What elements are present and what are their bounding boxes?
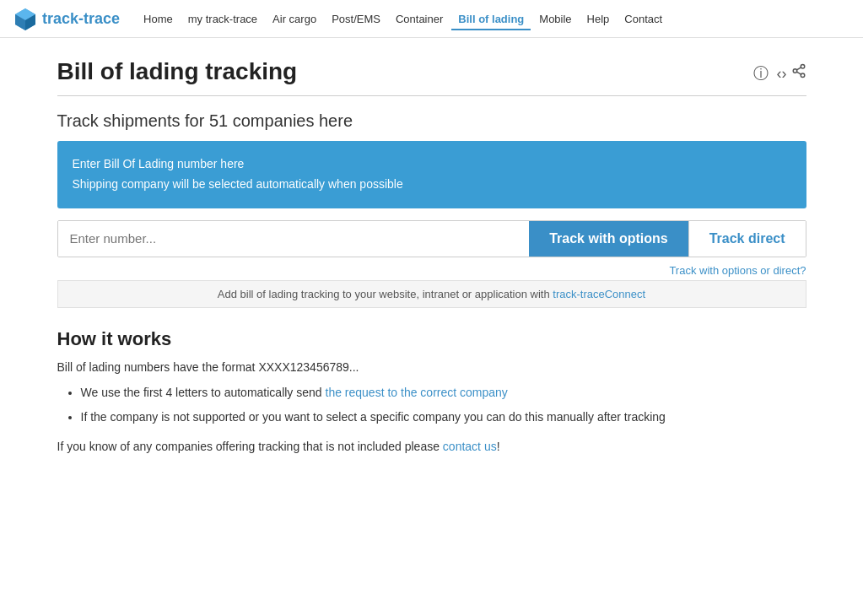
nav-item-mytrack[interactable]: my track-trace bbox=[181, 12, 264, 25]
contact-line-after: ! bbox=[497, 440, 500, 453]
how-item2-text: If the company is not supported or you w… bbox=[81, 410, 666, 424]
nav-item-help[interactable]: Help bbox=[580, 12, 617, 25]
nav-links: Home my track-trace Air cargo Post/EMS C… bbox=[137, 12, 669, 25]
how-item1-highlight: the request to the correct company bbox=[326, 386, 508, 399]
svg-line-7 bbox=[796, 72, 801, 74]
nav-item-home[interactable]: Home bbox=[137, 12, 180, 25]
tracking-row: Track with options Track direct bbox=[57, 220, 806, 257]
how-description: Bill of lading numbers have the format X… bbox=[57, 360, 806, 374]
info-box: Enter Bill Of Lading number here Shippin… bbox=[57, 141, 806, 208]
brand[interactable]: track-trace bbox=[13, 7, 120, 30]
contact-us-link[interactable]: contact us bbox=[443, 440, 497, 453]
nav-item-mobile[interactable]: Mobile bbox=[532, 12, 578, 25]
how-list-item-1: We use the first 4 letters to automatica… bbox=[81, 384, 806, 402]
tracking-number-input[interactable] bbox=[58, 221, 530, 257]
svg-line-8 bbox=[796, 68, 801, 70]
brand-cube-icon bbox=[13, 7, 37, 30]
share-svg-icon bbox=[791, 63, 806, 78]
info-line2: Shipping company will be selected automa… bbox=[73, 175, 791, 195]
how-it-works-title: How it works bbox=[57, 328, 806, 350]
brand-name: track-trace bbox=[42, 10, 120, 28]
navbar: track-trace Home my track-trace Air carg… bbox=[0, 0, 863, 38]
title-row: Bill of lading tracking ⓘ ‹› bbox=[57, 58, 806, 85]
nav-item-aircargo[interactable]: Air cargo bbox=[266, 12, 323, 25]
share-icon[interactable]: ‹› bbox=[777, 63, 806, 84]
options-or-direct-link[interactable]: Track with options or direct? bbox=[669, 264, 806, 277]
nav-item-billoflading[interactable]: Bill of lading bbox=[451, 12, 531, 25]
title-icons: ⓘ ‹› bbox=[753, 63, 806, 84]
subtitle: Track shipments for 51 companies here bbox=[57, 111, 806, 131]
connect-bar: Add bill of lading tracking to your webs… bbox=[57, 280, 806, 308]
track-direct-button[interactable]: Track direct bbox=[688, 221, 806, 257]
contact-line-before: If you know of any companies offering tr… bbox=[57, 440, 443, 453]
page-title: Bill of lading tracking bbox=[57, 58, 298, 85]
connect-text: Add bill of lading tracking to your webs… bbox=[218, 288, 553, 300]
nav-item-contact[interactable]: Contact bbox=[618, 12, 669, 25]
main-content: Bill of lading tracking ⓘ ‹› Track shipm… bbox=[44, 38, 820, 473]
how-list: We use the first 4 letters to automatica… bbox=[57, 384, 806, 426]
nav-item-postems[interactable]: Post/EMS bbox=[325, 12, 387, 25]
nav-item-container[interactable]: Container bbox=[389, 12, 450, 25]
how-list-item-2: If the company is not supported or you w… bbox=[81, 408, 806, 426]
contact-line: If you know of any companies offering tr… bbox=[57, 440, 806, 453]
how-item1-before: We use the first 4 letters to automatica… bbox=[81, 386, 326, 399]
connect-link[interactable]: track-traceConnect bbox=[553, 288, 645, 300]
track-with-options-button[interactable]: Track with options bbox=[529, 221, 688, 257]
help-circle-icon[interactable]: ⓘ bbox=[753, 63, 769, 84]
divider bbox=[57, 95, 806, 96]
options-or-direct-row: Track with options or direct? bbox=[57, 264, 806, 277]
info-line1: Enter Bill Of Lading number here bbox=[73, 154, 791, 175]
